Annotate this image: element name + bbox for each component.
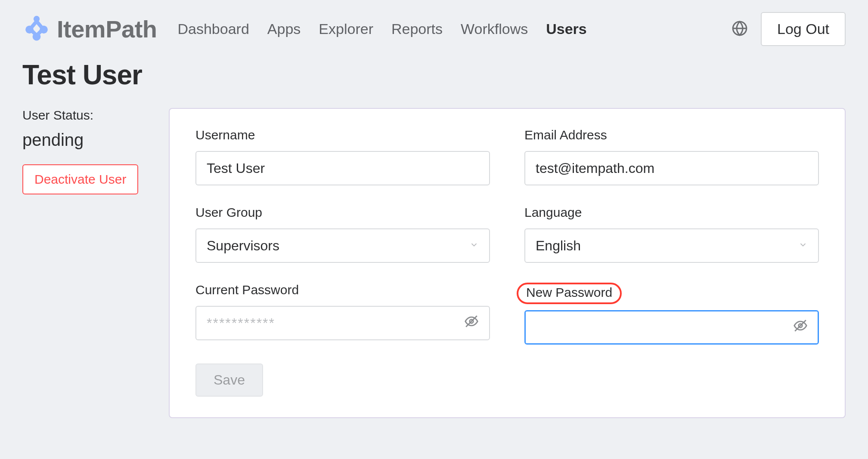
field-current-password: Current Password <box>195 283 490 345</box>
current-password-input-wrapper <box>195 306 490 340</box>
language-label: Language <box>524 205 819 220</box>
current-password-label: Current Password <box>195 283 490 297</box>
email-input[interactable] <box>536 152 808 185</box>
logout-button[interactable]: Log Out <box>761 12 846 46</box>
user-status-value: pending <box>22 130 152 150</box>
brand-logo-icon <box>22 14 51 44</box>
new-password-input-wrapper <box>524 310 819 345</box>
globe-icon[interactable] <box>731 19 749 39</box>
top-header: ItemPath Dashboard Apps Explorer Reports… <box>0 0 868 55</box>
user-status-label: User Status: <box>22 108 152 123</box>
brand-name: ItemPath <box>57 15 157 43</box>
deactivate-user-button[interactable]: Deactivate User <box>22 164 138 194</box>
field-user-group: User Group Supervisors <box>195 205 490 263</box>
page-title: Test User <box>22 59 846 91</box>
language-value: English <box>536 238 581 254</box>
eye-off-icon[interactable] <box>464 314 479 332</box>
eye-off-icon[interactable] <box>793 318 808 336</box>
chevron-down-icon <box>798 239 808 253</box>
current-password-input[interactable] <box>207 307 464 339</box>
header-right: Log Out <box>731 12 846 46</box>
nav-item-apps[interactable]: Apps <box>267 21 301 37</box>
nav-item-explorer[interactable]: Explorer <box>319 21 373 37</box>
user-group-select[interactable]: Supervisors <box>195 228 490 263</box>
nav-item-dashboard[interactable]: Dashboard <box>178 21 249 37</box>
username-input-wrapper <box>195 151 490 185</box>
nav-item-users[interactable]: Users <box>546 21 587 37</box>
brand: ItemPath <box>22 14 157 44</box>
side-panel: User Status: pending Deactivate User <box>22 108 152 194</box>
new-password-input[interactable] <box>536 311 793 344</box>
user-group-value: Supervisors <box>207 238 279 254</box>
nav-item-workflows[interactable]: Workflows <box>461 21 528 37</box>
primary-nav: Dashboard Apps Explorer Reports Workflow… <box>178 21 587 37</box>
user-group-label: User Group <box>195 205 490 220</box>
language-select[interactable]: English <box>524 228 819 263</box>
chevron-down-icon <box>469 239 479 253</box>
username-input[interactable] <box>207 152 479 185</box>
email-input-wrapper <box>524 151 819 185</box>
user-form-card: Username Email Address User Group <box>169 108 846 418</box>
field-email: Email Address <box>524 128 819 185</box>
field-new-password: New Password <box>524 283 819 345</box>
field-username: Username <box>195 128 490 185</box>
save-button[interactable]: Save <box>195 364 263 397</box>
nav-item-reports[interactable]: Reports <box>391 21 443 37</box>
field-language: Language English <box>524 205 819 263</box>
email-label: Email Address <box>524 128 819 142</box>
username-label: Username <box>195 128 490 142</box>
new-password-label: New Password <box>517 283 622 304</box>
